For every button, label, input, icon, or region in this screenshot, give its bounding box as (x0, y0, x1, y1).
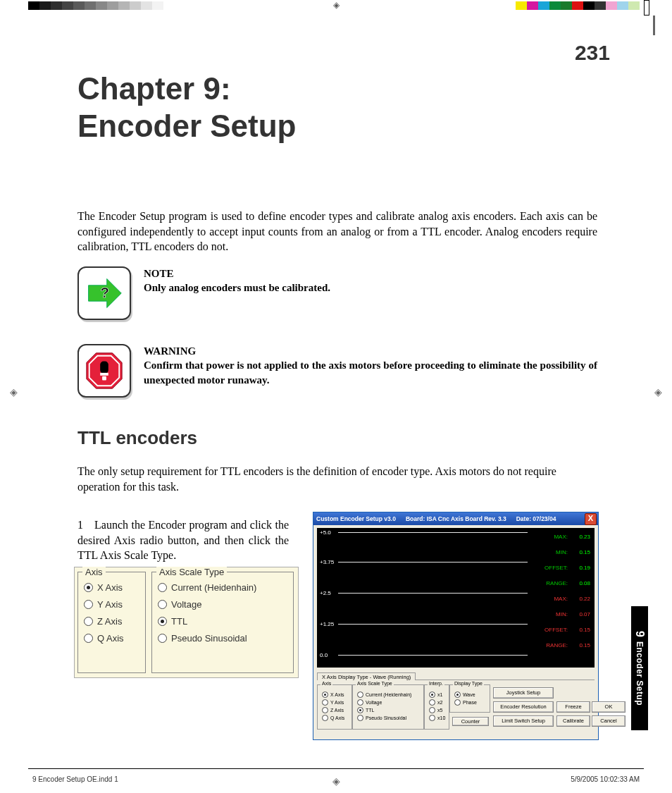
radio-icon[interactable] (84, 600, 93, 609)
mini-interp-option[interactable]: x2 (429, 699, 446, 706)
readout-key: MIN: (556, 549, 568, 555)
radio-icon[interactable] (357, 691, 363, 698)
scale-groupbox: Axis Scale Type Current (Heidenhain)Volt… (151, 572, 294, 673)
freeze-button[interactable]: Freeze (556, 701, 590, 713)
radio-icon[interactable] (158, 634, 167, 643)
calibrate-button[interactable]: Calibrate (556, 715, 590, 727)
mini-display-group: Display Type WavePhase (449, 684, 490, 713)
radio-icon[interactable] (429, 691, 435, 698)
y-tick-label: +2.5 (320, 590, 331, 596)
y-tick-label: +5.0 (320, 529, 331, 536)
mini-interp-label: x2 (437, 700, 442, 705)
radio-icon[interactable] (322, 699, 328, 706)
registration-mark-right: ◈ (654, 386, 662, 398)
mini-scale-label: Pseudo Sinusoidal (366, 715, 406, 720)
mini-scale-label: TTL (366, 708, 374, 713)
note-text: NOTE Only analog encoders must be calibr… (144, 266, 597, 295)
radio-icon[interactable] (357, 715, 363, 721)
y-tick-label: +1.25 (320, 621, 334, 627)
cancel-button[interactable]: Cancel (592, 715, 626, 727)
mini-display-option[interactable]: Wave (454, 691, 487, 698)
radio-icon[interactable] (429, 715, 435, 721)
mini-interp-label: x5 (437, 708, 442, 713)
footer: 9 Encoder Setup OE.indd 1 5/9/2005 10:02… (32, 775, 640, 783)
mini-interp-title: Interp. (428, 681, 444, 686)
page-number: 231 (575, 41, 610, 65)
y-tick-label: +3.75 (320, 559, 334, 565)
radio-icon[interactable] (322, 691, 328, 698)
mini-axis-label: Z Axis (330, 708, 344, 713)
radio-icon[interactable] (429, 699, 435, 706)
mini-axis-group: Axis X AxisY AxisZ AxisQ Axis (317, 684, 352, 730)
mini-axis-option[interactable]: Y Axis (322, 699, 349, 706)
axis-group-title: Axis (82, 567, 106, 577)
mini-scale-option[interactable]: Current (Heidenhain) (357, 691, 421, 698)
note-callout: ? NOTE Only analog encoders must be cali… (77, 266, 597, 320)
mini-interp-option[interactable]: x1 (429, 691, 446, 698)
radio-icon[interactable] (158, 600, 167, 609)
scale-option[interactable]: Voltage (158, 599, 289, 610)
gridline (338, 562, 528, 563)
radio-icon[interactable] (84, 583, 93, 592)
registration-mark-top: ◈ (333, 0, 340, 11)
radio-icon[interactable] (84, 634, 93, 643)
section-intro: The only setup requirement for TTL encod… (77, 464, 597, 494)
chart-readout: OFFSET:0.15 (545, 627, 590, 633)
warning-body: Confirm that power is not applied to the… (144, 359, 597, 385)
mini-interp-option[interactable]: x10 (429, 715, 446, 721)
radio-icon[interactable] (84, 617, 93, 626)
chapter-title-line2: Encoder Setup (77, 109, 297, 143)
gridline (338, 655, 528, 656)
mini-axis-label: Y Axis (330, 700, 344, 705)
ok-button[interactable]: OK (592, 701, 626, 713)
encoder-resolution-button[interactable]: Encoder Resolution (493, 701, 554, 713)
scale-group-title: Axis Scale Type (156, 567, 227, 577)
mini-axis-option[interactable]: Z Axis (322, 707, 349, 713)
readout-key: OFFSET: (545, 627, 568, 633)
limit-switch-button[interactable]: Limit Switch Setup (493, 715, 554, 727)
crop-tick-right (650, 16, 655, 35)
radio-icon[interactable] (158, 617, 167, 626)
counter-button[interactable]: Counter (452, 717, 489, 726)
close-button[interactable]: X (585, 513, 597, 525)
axis-option[interactable]: Z Axis (84, 616, 141, 627)
axis-option[interactable]: Q Axis (84, 633, 141, 644)
radio-icon[interactable] (158, 583, 167, 592)
svg-text:?: ? (100, 284, 109, 300)
mini-interp-option[interactable]: x5 (429, 707, 446, 713)
joystick-setup-button[interactable]: Joystick Setup (493, 687, 554, 699)
axis-option[interactable]: Y Axis (84, 599, 141, 610)
mini-axis-option[interactable]: Q Axis (322, 715, 349, 721)
thumb-label: Encoder Setup (635, 641, 645, 706)
scale-option[interactable]: TTL (158, 616, 289, 627)
mini-axis-option[interactable]: X Axis (322, 691, 349, 698)
svg-rect-7 (100, 373, 108, 376)
readout-value: 0.23 (573, 534, 590, 540)
mini-display-option[interactable]: Phase (454, 699, 487, 706)
scale-option[interactable]: Current (Heidenhain) (158, 582, 289, 593)
mini-axis-title: Axis (321, 681, 332, 686)
radio-icon[interactable] (322, 707, 328, 713)
mini-scale-option[interactable]: Pseudo Sinusoidal (357, 715, 421, 721)
mini-scale-option[interactable]: TTL (357, 707, 421, 713)
radio-icon[interactable] (429, 707, 435, 713)
mini-scale-option[interactable]: Voltage (357, 699, 421, 706)
readout-value: 0.15 (573, 549, 590, 555)
radio-icon[interactable] (454, 699, 461, 706)
app-title-mid: Board: ISA Cnc Axis Board Rev. 3.3 (406, 515, 506, 522)
radio-icon[interactable] (357, 699, 363, 706)
mini-axis-label: Q Axis (330, 715, 344, 720)
section-title: TTL encoders (77, 427, 197, 449)
app-titlebar[interactable]: Custom Encoder Setup v3.0 Board: ISA Cnc… (313, 512, 598, 525)
intro-paragraph: The Encoder Setup program is used to def… (77, 209, 597, 254)
footer-rule (28, 768, 644, 769)
scale-option[interactable]: Pseudo Sinusoidal (158, 633, 289, 644)
mini-scale-group: Axis Scale Type Current (Heidenhain)Volt… (352, 684, 424, 730)
axis-option[interactable]: X Axis (84, 582, 141, 593)
radio-icon[interactable] (454, 691, 461, 698)
radio-icon[interactable] (322, 715, 328, 721)
readout-key: OFFSET: (545, 565, 568, 571)
tab-xaxis-wave[interactable]: X Axis Display Type - Wave (Running) (317, 672, 416, 680)
axis-groupbox: Axis X AxisY AxisZ AxisQ Axis (77, 572, 146, 673)
radio-icon[interactable] (357, 707, 363, 713)
